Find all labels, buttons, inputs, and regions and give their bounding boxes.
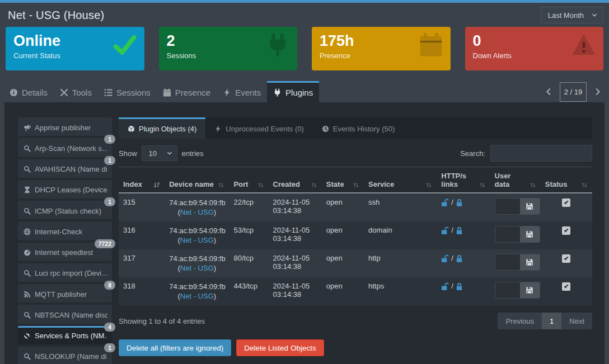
plugin-sidebar: Apprise publisherArp-Scan (Network s…1AV… xyxy=(4,102,112,364)
tab-tools[interactable]: Tools xyxy=(54,81,98,102)
sidebar-item-services-ports-nm[interactable]: Services & Ports (NM…4 xyxy=(18,326,112,344)
sidebar-item-internet-check[interactable]: Internet-Check xyxy=(18,221,112,240)
cell-user-data xyxy=(490,193,541,221)
lock-icon xyxy=(455,198,463,207)
search-group: Search: xyxy=(460,145,592,162)
save-user-data-button[interactable] xyxy=(520,226,540,242)
save-icon xyxy=(526,202,533,210)
device-tabs: DetailsToolsSessionsPresenceEventsPlugin… xyxy=(0,81,609,102)
plugin-tab-unprocessed-events-0[interactable]: Unprocessed Events (0) xyxy=(205,117,312,139)
sort-icon xyxy=(311,182,317,188)
https-link[interactable] xyxy=(455,226,463,235)
sidebar-item-mqtt-publisher[interactable]: MQTT publisher8 xyxy=(18,284,112,302)
status-checkbox[interactable]: ✔ xyxy=(562,198,570,207)
http-link[interactable] xyxy=(441,282,449,291)
cell-status: ✔ xyxy=(541,193,592,221)
column-header-state[interactable]: State xyxy=(322,167,364,193)
card-current-status: OnlineCurrent Status xyxy=(6,27,144,70)
https-link[interactable] xyxy=(455,282,463,291)
sidebar-item-nslookup-name-di[interactable]: NSLOOKUP (Name di…1 xyxy=(18,347,112,364)
previous-page-button[interactable]: Previous xyxy=(498,313,542,329)
column-header-device-name[interactable]: Device name xyxy=(165,167,229,193)
user-data-input[interactable] xyxy=(495,198,520,214)
cell-http-links: / xyxy=(437,249,490,277)
plugin-tab-label: Plugin Objects (4) xyxy=(139,125,196,133)
tab-plugins[interactable]: Plugins xyxy=(267,81,319,102)
column-header-status[interactable]: Status xyxy=(541,167,592,193)
device-link[interactable]: Net - USG xyxy=(180,292,214,300)
status-checkbox[interactable]: ✔ xyxy=(562,282,570,291)
tools-icon xyxy=(60,88,68,97)
plugin-tab-plugin-objects-4[interactable]: Plugin Objects (4) xyxy=(119,117,205,139)
sidebar-item-arp-scan-network-s[interactable]: Arp-Scan (Network s…1 xyxy=(18,138,112,157)
sort-icon xyxy=(257,182,264,188)
column-header-index[interactable]: Index xyxy=(119,167,165,193)
sidebar-item-nbtscan-name-disc[interactable]: NBTSCAN (Name disc… xyxy=(18,305,112,323)
https-link[interactable] xyxy=(455,254,463,263)
next-device-button[interactable] xyxy=(594,88,602,96)
cell-state: open xyxy=(322,277,364,305)
user-data-input[interactable] xyxy=(495,226,520,242)
tab-events[interactable]: Events xyxy=(217,81,267,102)
cell-port: 443/tcp xyxy=(229,277,268,305)
column-header-created[interactable]: Created xyxy=(269,167,322,193)
period-selector[interactable]: Last Month xyxy=(541,7,603,23)
column-header-service[interactable]: Service xyxy=(364,167,437,193)
http-link[interactable] xyxy=(441,198,449,207)
column-header-http-s-links[interactable]: HTTP/s links xyxy=(437,167,490,193)
chevron-right-icon xyxy=(594,88,602,96)
column-label: Status xyxy=(545,180,568,188)
table-row: 31674:ac:b9:54:09:fb(Net - USG)53/tcp202… xyxy=(119,221,592,249)
period-selector-label: Last Month xyxy=(548,11,584,20)
http-link[interactable] xyxy=(441,254,449,263)
status-checkbox[interactable]: ✔ xyxy=(562,254,570,263)
delete-listed-button[interactable]: Delete Listed Objects xyxy=(236,339,324,356)
save-user-data-button[interactable] xyxy=(520,198,540,214)
cell-device-name: 74:ac:b9:54:09:fb(Net - USG) xyxy=(165,249,229,277)
sidebar-item-apprise-publisher[interactable]: Apprise publisher xyxy=(18,117,112,136)
save-user-data-button[interactable] xyxy=(520,282,540,298)
sidebar-item-dhcp-leases-device[interactable]: DHCP Leases (Device … xyxy=(18,180,112,198)
action-buttons: Delete all (filters are ignored) Delete … xyxy=(119,339,592,356)
lock-icon xyxy=(455,282,463,291)
device-link[interactable]: Net - USG xyxy=(180,236,214,244)
search-label: Search: xyxy=(460,149,485,158)
tab-presence[interactable]: Presence xyxy=(157,81,217,102)
device-link[interactable]: Net - USG xyxy=(180,264,214,272)
search-input[interactable] xyxy=(490,145,592,162)
https-link[interactable] xyxy=(455,198,463,207)
sidebar-item-avahiscan-name-di[interactable]: AVAHISCAN (Name di…1 xyxy=(18,159,112,178)
save-user-data-button[interactable] xyxy=(520,254,540,270)
globe-icon xyxy=(24,228,31,235)
tab-details[interactable]: Details xyxy=(3,81,54,102)
user-data-input[interactable] xyxy=(495,282,520,298)
plugins-panel: Apprise publisherArp-Scan (Network s…1AV… xyxy=(4,102,605,364)
page-size-select[interactable]: 10 xyxy=(142,145,177,161)
column-header-port[interactable]: Port xyxy=(229,167,268,193)
status-checkbox[interactable]: ✔ xyxy=(562,226,570,235)
page-number-button[interactable]: 1 xyxy=(542,313,561,329)
table-footer: Showing 1 to 4 of 4 entries Previous 1 N… xyxy=(119,313,592,329)
delete-all-button[interactable]: Delete all (filters are ignored) xyxy=(119,339,231,356)
sidebar-item-luci-rpc-import-devi[interactable]: Luci rpc import (Devi… xyxy=(18,263,112,282)
hourglass-icon xyxy=(24,186,31,193)
sort-asc-icon xyxy=(153,182,160,188)
tab-sessions[interactable]: Sessions xyxy=(98,81,157,102)
http-link[interactable] xyxy=(441,226,449,235)
user-data-input[interactable] xyxy=(495,254,520,270)
page-header: Net - USG (House) Last Month xyxy=(0,3,609,27)
device-link[interactable]: Net - USG xyxy=(180,208,214,216)
search-icon xyxy=(24,207,31,215)
column-header-user-data[interactable]: User data xyxy=(490,167,541,193)
previous-device-button[interactable] xyxy=(545,88,552,96)
sidebar-item-label: Apprise publisher xyxy=(35,124,91,132)
sidebar-item-icmp-status-check[interactable]: ICMP (Status check)1 xyxy=(18,201,112,219)
sort-icon xyxy=(530,182,536,188)
warning-icon xyxy=(571,32,596,57)
plugin-tab-events-history-50[interactable]: Events History (50) xyxy=(313,117,404,139)
search-icon xyxy=(24,311,31,319)
sidebar-item-label: Services & Ports (NM… xyxy=(35,332,107,340)
sidebar-item-internet-speedtest[interactable]: Internet speedtest7722 xyxy=(18,243,112,261)
cell-status: ✔ xyxy=(541,277,592,305)
next-page-button[interactable]: Next xyxy=(561,313,592,329)
